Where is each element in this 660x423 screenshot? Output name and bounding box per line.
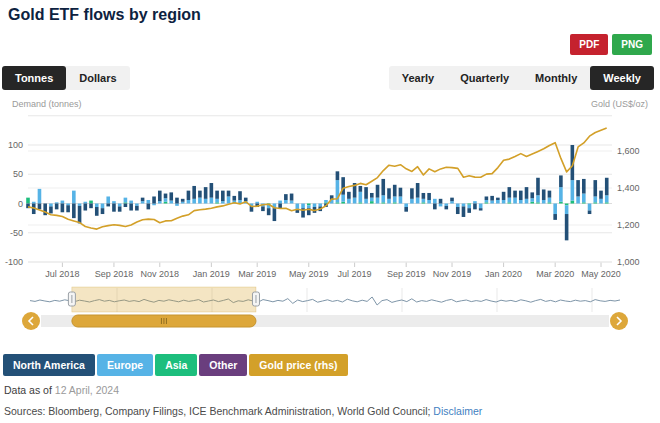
legend-item-other[interactable]: Other bbox=[199, 354, 247, 376]
x-axis-label: Nov 2019 bbox=[433, 269, 472, 279]
right-axis-tick: 1,000 bbox=[617, 257, 640, 267]
x-axis-label: Jan 2020 bbox=[485, 269, 522, 279]
main-chart[interactable]: 1,6001,4001,2001,000100500-50-100Jul 201… bbox=[0, 112, 660, 284]
x-axis-label: Sep 2018 bbox=[95, 269, 134, 279]
navigator-selected-range[interactable] bbox=[72, 287, 256, 312]
disclaimer-link[interactable]: Disclaimer bbox=[433, 405, 482, 417]
left-axis-title: Demand (tonnes) bbox=[12, 99, 82, 109]
scroll-right-button[interactable] bbox=[610, 312, 628, 330]
scroll-left-button[interactable] bbox=[22, 312, 40, 330]
legend-item-europe[interactable]: Europe bbox=[97, 354, 153, 376]
period-toggle-yearly[interactable]: Yearly bbox=[389, 66, 447, 90]
legend-item-north-america[interactable]: North America bbox=[3, 354, 95, 376]
page-title: Gold ETF flows by region bbox=[8, 6, 201, 24]
period-toggle-weekly[interactable]: Weekly bbox=[590, 66, 654, 90]
x-axis-label: May 2020 bbox=[581, 269, 621, 279]
export-buttons: PDF PNG bbox=[570, 34, 652, 55]
png-export-button[interactable]: PNG bbox=[612, 34, 652, 55]
legend-item-asia[interactable]: Asia bbox=[155, 354, 197, 376]
data-as-of-value: 12 April, 2024 bbox=[55, 384, 119, 396]
left-axis-tick: -50 bbox=[10, 228, 23, 238]
x-axis-label: Jan 2019 bbox=[193, 269, 230, 279]
x-axis-label: Jul 2018 bbox=[45, 269, 79, 279]
flow-bars[interactable] bbox=[26, 145, 608, 240]
right-axis-tick: 1,600 bbox=[617, 146, 640, 156]
x-axis-label: May 2019 bbox=[289, 269, 329, 279]
sources-line: Sources: Bloomberg, Company Filings, ICE… bbox=[4, 405, 482, 417]
x-axis-label: Sep 2019 bbox=[387, 269, 426, 279]
range-navigator[interactable] bbox=[0, 286, 660, 334]
left-axis-tick: 50 bbox=[13, 169, 23, 179]
period-toggle-monthly[interactable]: Monthly bbox=[522, 66, 590, 90]
left-axis-tick: -100 bbox=[5, 257, 23, 267]
data-as-of-label: Data as of bbox=[4, 384, 52, 396]
left-axis-tick: 0 bbox=[18, 199, 23, 209]
unit-toggle-dollars[interactable]: Dollars bbox=[66, 66, 129, 90]
x-axis-label: Mar 2019 bbox=[238, 269, 276, 279]
legend: North America Europe Asia Other Gold pri… bbox=[3, 354, 348, 376]
sources-text: Sources: Bloomberg, Company Filings, ICE… bbox=[4, 405, 430, 417]
right-axis-tick: 1,400 bbox=[617, 183, 640, 193]
right-axis-tick: 1,200 bbox=[617, 220, 640, 230]
gold-etf-flows-widget: Gold ETF flows by region PDF PNG Tonnes … bbox=[0, 0, 660, 423]
period-toggle-quarterly[interactable]: Quarterly bbox=[447, 66, 522, 90]
x-axis-label: Jul 2019 bbox=[338, 269, 372, 279]
data-as-of: Data as of 12 April, 2024 bbox=[4, 384, 119, 396]
gold-price-line bbox=[28, 128, 607, 229]
legend-item-gold-price[interactable]: Gold price (rhs) bbox=[249, 354, 347, 376]
left-axis-tick: 100 bbox=[8, 140, 23, 150]
period-toggle: Yearly Quarterly Monthly Weekly bbox=[389, 66, 654, 90]
unit-toggle: Tonnes Dollars bbox=[2, 66, 130, 90]
pdf-export-button[interactable]: PDF bbox=[570, 34, 608, 55]
x-axis-label: Nov 2018 bbox=[141, 269, 180, 279]
unit-toggle-tonnes[interactable]: Tonnes bbox=[2, 66, 66, 90]
right-axis-title: Gold (US$/oz) bbox=[591, 99, 648, 109]
x-axis-label: Mar 2020 bbox=[536, 269, 574, 279]
